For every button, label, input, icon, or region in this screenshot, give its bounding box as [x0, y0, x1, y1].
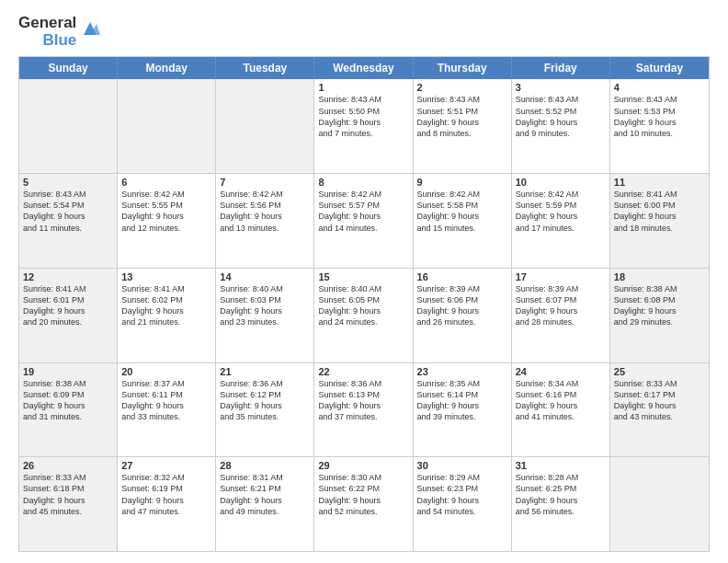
day-number: 24 — [516, 366, 606, 377]
cal-cell-day-6: 6Sunrise: 8:42 AM Sunset: 5:55 PM Daylig… — [118, 174, 216, 268]
cell-info: Sunrise: 8:42 AM Sunset: 5:59 PM Dayligh… — [516, 189, 606, 234]
cell-info: Sunrise: 8:33 AM Sunset: 6:18 PM Dayligh… — [23, 472, 113, 517]
day-number: 10 — [516, 177, 606, 188]
cell-info: Sunrise: 8:43 AM Sunset: 5:52 PM Dayligh… — [516, 94, 606, 139]
day-number: 25 — [614, 366, 705, 377]
cal-cell-day-31: 31Sunrise: 8:28 AM Sunset: 6:25 PM Dayli… — [512, 457, 610, 551]
logo-general: General — [18, 15, 76, 32]
header-cell-monday: Monday — [118, 57, 216, 79]
cal-row-4: 26Sunrise: 8:33 AM Sunset: 6:18 PM Dayli… — [19, 457, 709, 551]
cal-cell-day-17: 17Sunrise: 8:39 AM Sunset: 6:07 PM Dayli… — [512, 269, 610, 362]
cell-info: Sunrise: 8:29 AM Sunset: 6:23 PM Dayligh… — [417, 472, 507, 517]
day-number: 5 — [23, 177, 113, 188]
day-number: 14 — [220, 271, 310, 282]
day-number: 4 — [614, 82, 705, 93]
calendar-header: SundayMondayTuesdayWednesdayThursdayFrid… — [19, 57, 709, 79]
cal-cell-day-21: 21Sunrise: 8:36 AM Sunset: 6:12 PM Dayli… — [216, 363, 314, 457]
cal-cell-day-23: 23Sunrise: 8:35 AM Sunset: 6:14 PM Dayli… — [414, 363, 512, 457]
day-number: 11 — [614, 177, 705, 188]
cal-row-3: 19Sunrise: 8:38 AM Sunset: 6:09 PM Dayli… — [19, 363, 709, 458]
cell-info: Sunrise: 8:43 AM Sunset: 5:51 PM Dayligh… — [417, 94, 507, 139]
day-number: 19 — [23, 366, 113, 377]
cal-row-2: 12Sunrise: 8:41 AM Sunset: 6:01 PM Dayli… — [19, 269, 709, 363]
cal-cell-day-8: 8Sunrise: 8:42 AM Sunset: 5:57 PM Daylig… — [314, 174, 413, 268]
cal-cell-day-29: 29Sunrise: 8:30 AM Sunset: 6:22 PM Dayli… — [314, 457, 413, 551]
cal-cell-day-7: 7Sunrise: 8:42 AM Sunset: 5:56 PM Daylig… — [216, 174, 314, 268]
cal-cell-day-16: 16Sunrise: 8:39 AM Sunset: 6:06 PM Dayli… — [414, 269, 512, 362]
cell-info: Sunrise: 8:42 AM Sunset: 5:57 PM Dayligh… — [318, 189, 408, 234]
cell-info: Sunrise: 8:43 AM Sunset: 5:53 PM Dayligh… — [614, 94, 705, 139]
cell-info: Sunrise: 8:43 AM Sunset: 5:54 PM Dayligh… — [23, 189, 113, 234]
day-number: 7 — [220, 177, 310, 188]
cell-info: Sunrise: 8:38 AM Sunset: 6:08 PM Dayligh… — [614, 283, 705, 328]
day-number: 8 — [318, 177, 408, 188]
cal-cell-day-11: 11Sunrise: 8:41 AM Sunset: 6:00 PM Dayli… — [610, 174, 709, 268]
cell-info: Sunrise: 8:36 AM Sunset: 6:13 PM Dayligh… — [318, 378, 408, 423]
day-number: 6 — [121, 177, 211, 188]
cell-info: Sunrise: 8:34 AM Sunset: 6:16 PM Dayligh… — [516, 378, 606, 423]
cal-cell-empty — [216, 79, 314, 173]
day-number: 15 — [318, 271, 408, 282]
cell-info: Sunrise: 8:35 AM Sunset: 6:14 PM Dayligh… — [417, 378, 507, 423]
logo-icon — [80, 18, 100, 42]
cell-info: Sunrise: 8:40 AM Sunset: 6:05 PM Dayligh… — [318, 283, 408, 328]
cal-cell-day-13: 13Sunrise: 8:41 AM Sunset: 6:02 PM Dayli… — [118, 269, 216, 362]
cell-info: Sunrise: 8:42 AM Sunset: 5:56 PM Dayligh… — [220, 189, 310, 234]
header-cell-saturday: Saturday — [610, 57, 709, 79]
cell-info: Sunrise: 8:31 AM Sunset: 6:21 PM Dayligh… — [220, 472, 310, 517]
cell-info: Sunrise: 8:32 AM Sunset: 6:19 PM Dayligh… — [121, 472, 211, 517]
cal-cell-day-20: 20Sunrise: 8:37 AM Sunset: 6:11 PM Dayli… — [118, 363, 216, 457]
header: General Blue — [18, 15, 710, 49]
header-cell-tuesday: Tuesday — [216, 57, 314, 79]
cell-info: Sunrise: 8:39 AM Sunset: 6:06 PM Dayligh… — [417, 283, 507, 328]
cal-cell-day-18: 18Sunrise: 8:38 AM Sunset: 6:08 PM Dayli… — [610, 269, 709, 362]
day-number: 9 — [417, 177, 507, 188]
page: General Blue SundayMondayTuesdayWednesda… — [0, 0, 728, 563]
cal-cell-day-2: 2Sunrise: 8:43 AM Sunset: 5:51 PM Daylig… — [414, 79, 512, 173]
cal-cell-day-15: 15Sunrise: 8:40 AM Sunset: 6:05 PM Dayli… — [314, 269, 413, 362]
cal-cell-day-22: 22Sunrise: 8:36 AM Sunset: 6:13 PM Dayli… — [314, 363, 413, 457]
cal-cell-day-19: 19Sunrise: 8:38 AM Sunset: 6:09 PM Dayli… — [19, 363, 118, 457]
day-number: 1 — [318, 82, 408, 93]
day-number: 2 — [417, 82, 507, 93]
cal-cell-day-30: 30Sunrise: 8:29 AM Sunset: 6:23 PM Dayli… — [414, 457, 512, 551]
day-number: 22 — [318, 366, 408, 377]
cell-info: Sunrise: 8:28 AM Sunset: 6:25 PM Dayligh… — [516, 472, 606, 517]
header-cell-thursday: Thursday — [414, 57, 512, 79]
cal-cell-day-26: 26Sunrise: 8:33 AM Sunset: 6:18 PM Dayli… — [19, 457, 118, 551]
cal-cell-day-28: 28Sunrise: 8:31 AM Sunset: 6:21 PM Dayli… — [216, 457, 314, 551]
day-number: 20 — [121, 366, 211, 377]
cal-cell-day-10: 10Sunrise: 8:42 AM Sunset: 5:59 PM Dayli… — [512, 174, 610, 268]
cell-info: Sunrise: 8:43 AM Sunset: 5:50 PM Dayligh… — [318, 94, 408, 139]
day-number: 27 — [121, 460, 211, 471]
cal-cell-day-9: 9Sunrise: 8:42 AM Sunset: 5:58 PM Daylig… — [414, 174, 512, 268]
cal-cell-day-24: 24Sunrise: 8:34 AM Sunset: 6:16 PM Dayli… — [512, 363, 610, 457]
cal-cell-day-4: 4Sunrise: 8:43 AM Sunset: 5:53 PM Daylig… — [610, 79, 709, 173]
header-cell-sunday: Sunday — [19, 57, 118, 79]
cal-row-1: 5Sunrise: 8:43 AM Sunset: 5:54 PM Daylig… — [19, 174, 709, 269]
cal-cell-empty — [118, 79, 216, 173]
cell-info: Sunrise: 8:39 AM Sunset: 6:07 PM Dayligh… — [516, 283, 606, 328]
day-number: 31 — [516, 460, 606, 471]
cell-info: Sunrise: 8:37 AM Sunset: 6:11 PM Dayligh… — [121, 378, 211, 423]
cal-cell-day-1: 1Sunrise: 8:43 AM Sunset: 5:50 PM Daylig… — [314, 79, 413, 173]
day-number: 17 — [516, 271, 606, 282]
cal-cell-empty — [610, 457, 709, 551]
day-number: 30 — [417, 460, 507, 471]
day-number: 13 — [121, 271, 211, 282]
day-number: 18 — [614, 271, 705, 282]
logo-blue: Blue — [42, 32, 76, 50]
cal-cell-day-27: 27Sunrise: 8:32 AM Sunset: 6:19 PM Dayli… — [118, 457, 216, 551]
cell-info: Sunrise: 8:41 AM Sunset: 6:00 PM Dayligh… — [614, 189, 705, 234]
cell-info: Sunrise: 8:42 AM Sunset: 5:55 PM Dayligh… — [121, 189, 211, 234]
day-number: 21 — [220, 366, 310, 377]
cell-info: Sunrise: 8:41 AM Sunset: 6:02 PM Dayligh… — [121, 283, 211, 328]
cal-cell-day-3: 3Sunrise: 8:43 AM Sunset: 5:52 PM Daylig… — [512, 79, 610, 173]
day-number: 12 — [23, 271, 113, 282]
cell-info: Sunrise: 8:30 AM Sunset: 6:22 PM Dayligh… — [318, 472, 408, 517]
cell-info: Sunrise: 8:36 AM Sunset: 6:12 PM Dayligh… — [220, 378, 310, 423]
logo: General Blue — [18, 15, 100, 49]
calendar-body: 1Sunrise: 8:43 AM Sunset: 5:50 PM Daylig… — [19, 79, 709, 551]
cal-cell-day-12: 12Sunrise: 8:41 AM Sunset: 6:01 PM Dayli… — [19, 269, 118, 362]
day-number: 3 — [516, 82, 606, 93]
